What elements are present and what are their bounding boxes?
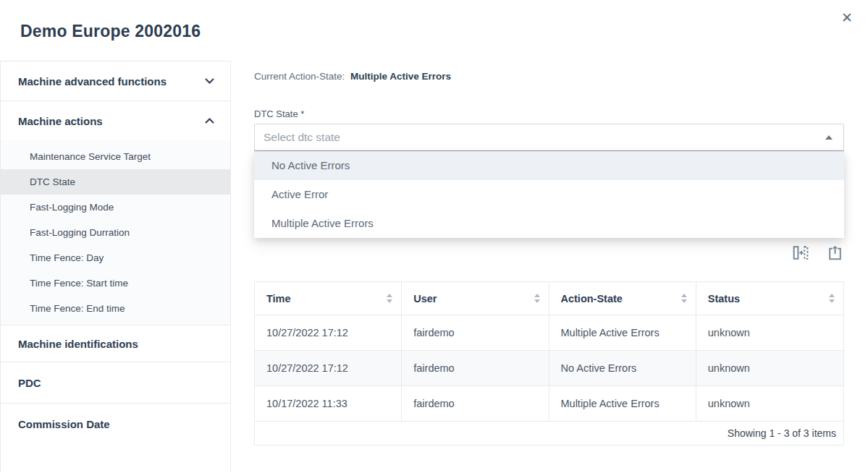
sidebar-section-header[interactable]: Machine advanced functions	[1, 61, 230, 101]
dropdown-option[interactable]: Multiple Active Errors	[254, 209, 844, 238]
sidebar-item[interactable]: Time Fence: Start time	[1, 270, 230, 296]
table-cell: Multiple Active Errors	[549, 386, 696, 421]
sidebar-item[interactable]: Fast-Logging Mode	[1, 195, 230, 220]
table-cell: 10/17/2022 11:33	[255, 386, 402, 421]
sidebar-section: PDC	[1, 362, 230, 404]
sort-icon[interactable]	[829, 294, 835, 303]
column-title: Action-State	[561, 293, 623, 304]
page-title: Demo Europe 2002016	[20, 22, 201, 41]
sort-icon[interactable]	[387, 294, 392, 303]
table-header-row: TimeUserAction-StateStatus	[255, 282, 843, 315]
sidebar-section: Machine actionsMaintenance Service Targe…	[1, 101, 230, 325]
sidebar-section-header[interactable]: PDC	[1, 362, 230, 403]
column-header[interactable]: Time	[255, 282, 402, 315]
grid-toolbar	[791, 243, 844, 262]
table-row[interactable]: 10/27/2022 17:12fairdemoMultiple Active …	[255, 315, 843, 350]
sort-icon[interactable]	[534, 294, 540, 303]
dropdown-option[interactable]: No Active Errors	[254, 151, 844, 180]
current-action-state-value: Multiple Active Errors	[350, 71, 451, 82]
sidebar: Machine advanced functionsMachine action…	[0, 61, 231, 472]
table-cell: fairdemo	[402, 351, 549, 385]
select-placeholder: Select dtc state	[264, 131, 340, 144]
history-table: TimeUserAction-StateStatus 10/27/2022 17…	[254, 281, 844, 446]
table-cell: unknown	[696, 386, 843, 421]
table-row[interactable]: 10/17/2022 11:33fairdemoMultiple Active …	[255, 385, 843, 421]
column-title: Time	[266, 293, 291, 304]
table-cell: unknown	[696, 315, 843, 350]
export-button[interactable]	[825, 243, 844, 262]
sidebar-section: Machine advanced functions	[1, 61, 230, 101]
sidebar-item[interactable]: Time Fence: End time	[1, 296, 230, 321]
column-header[interactable]: Action-State	[549, 282, 696, 315]
dtc-state-dropdown: No Active ErrorsActive ErrorMultiple Act…	[254, 151, 844, 238]
sort-icon[interactable]	[681, 294, 687, 303]
sidebar-section-label: Commission Date	[18, 418, 110, 430]
insert-column-icon	[791, 244, 809, 262]
sidebar-item[interactable]: Fast-Logging Durration	[1, 220, 230, 245]
sidebar-section-label: PDC	[18, 377, 41, 389]
chevron-down-icon	[205, 78, 214, 84]
sidebar-subitems: Maintenance Service TargetDTC StateFast-…	[1, 140, 230, 325]
dropdown-option[interactable]: Active Error	[254, 180, 844, 209]
close-icon[interactable]: ✕	[841, 9, 853, 27]
table-cell: fairdemo	[402, 315, 549, 350]
column-title: Status	[708, 293, 740, 304]
sidebar-item[interactable]: DTC State	[1, 169, 230, 195]
sidebar-section-label: Machine advanced functions	[18, 75, 167, 88]
chevron-up-icon	[205, 118, 214, 124]
dtc-state-field-label: DTC State *	[254, 108, 304, 119]
table-cell: 10/27/2022 17:12	[255, 351, 402, 385]
sidebar-item[interactable]: Time Fence: Day	[1, 245, 230, 270]
table-cell: fairdemo	[402, 386, 549, 421]
sidebar-section: Commission Date	[1, 404, 230, 444]
table-cell: Multiple Active Errors	[549, 315, 696, 350]
column-title: User	[413, 293, 437, 304]
table-cell: No Active Errors	[549, 351, 696, 385]
sidebar-section-label: Machine identifications	[18, 338, 138, 350]
dtc-state-select[interactable]: Select dtc state	[254, 124, 844, 151]
main-panel: Current Action-State: Multiple Active Er…	[254, 61, 844, 472]
column-header[interactable]: Status	[696, 282, 843, 315]
sidebar-section-label: Machine actions	[18, 115, 103, 127]
caret-up-icon	[825, 135, 833, 140]
table-body: 10/27/2022 17:12fairdemoMultiple Active …	[255, 315, 843, 421]
current-action-state-label: Current Action-State:	[254, 71, 345, 82]
current-action-state: Current Action-State: Multiple Active Er…	[254, 71, 451, 82]
table-row[interactable]: 10/27/2022 17:12fairdemoNo Active Errors…	[255, 350, 843, 385]
column-header[interactable]: User	[402, 282, 549, 315]
export-icon	[826, 244, 844, 262]
sidebar-item[interactable]: Maintenance Service Target	[1, 144, 230, 169]
sidebar-section-header[interactable]: Machine identifications	[1, 325, 230, 362]
sidebar-section-header[interactable]: Commission Date	[1, 404, 230, 444]
table-cell: unknown	[696, 351, 843, 385]
table-footer: Showing 1 - 3 of 3 items	[255, 421, 843, 445]
sidebar-section: Machine identifications	[1, 325, 230, 362]
column-settings-button[interactable]	[791, 243, 809, 262]
table-cell: 10/27/2022 17:12	[255, 315, 402, 350]
sidebar-section-header[interactable]: Machine actions	[1, 101, 230, 140]
